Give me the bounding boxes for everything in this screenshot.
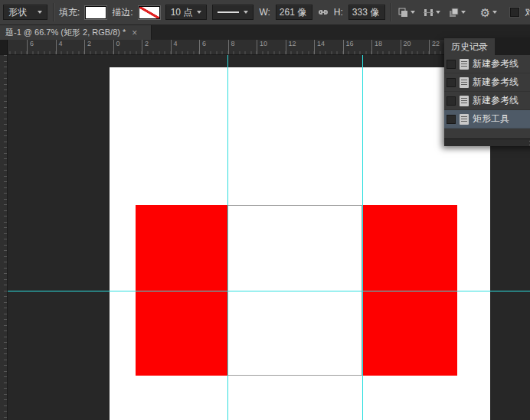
history-list: 新建参考线 新建参考线 新建参考线 矩形工具 bbox=[444, 55, 530, 129]
history-panel-tab[interactable]: 历史记录 bbox=[444, 38, 495, 55]
history-snapshot-checkbox[interactable] bbox=[447, 60, 456, 69]
ruler-number: 10 bbox=[257, 40, 267, 55]
document-tab[interactable]: 题-1 @ 66.7% (矩形 2, RGB/8) * × bbox=[0, 25, 152, 40]
ruler-number: 14 bbox=[314, 40, 325, 55]
history-panel: 历史记录 新建参考线 新建参考线 新建参考线 矩形工具 bbox=[444, 38, 530, 146]
ruler-number: 8 bbox=[228, 40, 235, 55]
ruler-number: 4 bbox=[56, 40, 63, 55]
chevron-down-icon bbox=[244, 11, 248, 14]
ruler-ticks bbox=[4, 55, 7, 420]
ruler-number: 18 bbox=[371, 40, 382, 55]
history-item-label: 矩形工具 bbox=[473, 112, 509, 125]
height-label: H: bbox=[334, 7, 343, 18]
history-item-selected[interactable]: 矩形工具 bbox=[444, 110, 530, 129]
ruler-number: 12 bbox=[286, 40, 296, 55]
history-item-label: 新建参考线 bbox=[473, 57, 519, 70]
history-panel-title: 历史记录 bbox=[451, 41, 488, 54]
height-value: 333 像 bbox=[352, 6, 379, 19]
align-edges-checkbox[interactable] bbox=[510, 8, 519, 17]
no-color-diagonal-icon bbox=[139, 7, 159, 18]
history-panel-header: 历史记录 bbox=[444, 38, 530, 55]
history-panel-footer bbox=[444, 138, 530, 146]
history-state-icon bbox=[460, 77, 469, 88]
history-item[interactable]: 新建参考线 bbox=[444, 55, 530, 73]
ruler-number: 6 bbox=[199, 40, 206, 55]
ruler-number: 22 bbox=[429, 40, 440, 55]
tab-close-icon[interactable]: × bbox=[132, 28, 137, 38]
path-operations-icon bbox=[398, 8, 408, 18]
stroke-type-dropdown[interactable] bbox=[212, 5, 254, 20]
width-value: 261 像 bbox=[280, 6, 306, 19]
width-input[interactable]: 261 像 bbox=[276, 5, 312, 20]
chevron-down-icon bbox=[38, 11, 42, 14]
ruler-origin-box[interactable] bbox=[0, 40, 8, 55]
ruler-number: 2 bbox=[84, 40, 91, 55]
stroke-label: 描边: bbox=[112, 6, 132, 19]
chevron-down-icon bbox=[197, 11, 201, 14]
chevron-down-icon bbox=[492, 11, 497, 14]
ruler-number: 4 bbox=[171, 40, 178, 55]
toolbar-divider bbox=[391, 3, 391, 21]
history-state-icon bbox=[460, 114, 469, 125]
history-state-icon bbox=[460, 59, 469, 70]
chevron-down-icon bbox=[436, 11, 440, 14]
history-snapshot-checkbox[interactable] bbox=[447, 78, 456, 87]
ruler-number: 20 bbox=[401, 40, 411, 55]
link-dimensions-icon[interactable] bbox=[318, 8, 329, 17]
align-edges-label[interactable]: 对 bbox=[525, 6, 530, 19]
fill-swatch[interactable] bbox=[85, 6, 106, 19]
guide-vertical-right[interactable] bbox=[362, 55, 363, 420]
guide-vertical-left[interactable] bbox=[227, 55, 228, 420]
history-snapshot-checkbox[interactable] bbox=[447, 96, 456, 106]
ruler-number: 2 bbox=[142, 40, 149, 55]
tool-mode-label: 形状 bbox=[8, 6, 27, 19]
stroke-swatch[interactable] bbox=[139, 6, 160, 19]
path-align-icon bbox=[424, 8, 433, 18]
history-item[interactable]: 新建参考线 bbox=[444, 73, 530, 92]
shape-settings-button[interactable]: ⚙ bbox=[479, 4, 499, 21]
path-align-button[interactable] bbox=[422, 4, 442, 21]
history-item-label: 新建参考线 bbox=[473, 76, 519, 89]
chevron-down-icon bbox=[461, 11, 466, 14]
ruler-number: 6 bbox=[27, 40, 34, 55]
history-state-icon bbox=[460, 96, 469, 106]
stroke-width-value: 10 点 bbox=[171, 6, 193, 19]
history-item[interactable]: 新建参考线 bbox=[444, 92, 530, 110]
tool-mode-dropdown[interactable]: 形状 bbox=[3, 5, 47, 20]
gear-icon: ⚙ bbox=[480, 7, 490, 18]
tab-title: 题-1 @ 66.7% (矩形 2, RGB/8) * bbox=[5, 27, 126, 38]
options-bar: 形状 填充: 描边: 10 点 W: 261 像 H: 333 像 bbox=[0, 0, 530, 25]
width-label: W: bbox=[259, 7, 270, 18]
path-arrange-button[interactable] bbox=[447, 4, 467, 21]
ruler-vertical[interactable] bbox=[0, 55, 8, 420]
ruler-number: 0 bbox=[113, 40, 120, 55]
path-operations-button[interactable] bbox=[397, 4, 417, 21]
stroke-line-icon bbox=[218, 11, 239, 13]
toolbar-divider bbox=[53, 3, 54, 21]
height-input[interactable]: 333 像 bbox=[348, 5, 385, 20]
stroke-width-dropdown[interactable]: 10 点 bbox=[165, 5, 208, 20]
chevron-down-icon bbox=[411, 11, 415, 14]
fill-label: 填充: bbox=[59, 6, 80, 19]
photoshop-window: 形状 填充: 描边: 10 点 W: 261 像 H: 333 像 bbox=[0, 0, 530, 420]
ruler-number: 16 bbox=[343, 40, 354, 55]
history-snapshot-checkbox[interactable] bbox=[447, 115, 456, 124]
history-item-label: 新建参考线 bbox=[473, 94, 519, 107]
path-arrange-icon bbox=[449, 8, 459, 18]
guide-horizontal[interactable] bbox=[8, 291, 530, 291]
